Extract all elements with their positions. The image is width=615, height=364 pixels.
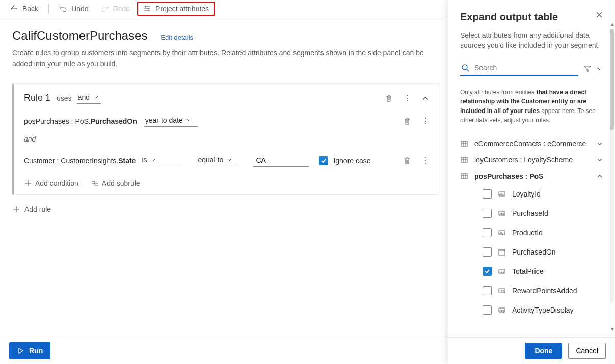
subrule-icon <box>91 179 99 187</box>
attribute-item[interactable]: 123TotalPrice <box>460 262 603 281</box>
attribute-checkbox[interactable] <box>483 267 492 276</box>
attribute-checkbox[interactable] <box>483 286 492 295</box>
scroll-up-arrow[interactable]: ▲ <box>610 21 614 30</box>
condition2-op2-label: equal to <box>198 156 223 164</box>
plus-icon <box>24 179 32 187</box>
panel-close-icon[interactable] <box>596 11 603 20</box>
attribute-item[interactable]: 123RewardPointsAdded <box>460 281 603 300</box>
entity-list: eCommerceContacts : eCommerceloyCustomer… <box>460 135 603 320</box>
attribute-item[interactable]: AbcLoyaltyId <box>460 184 603 204</box>
undo-button[interactable]: Undo <box>54 2 93 16</box>
add-subrule-button[interactable]: Add subrule <box>91 179 140 187</box>
condition2-op1-dropdown[interactable]: is <box>141 155 181 166</box>
condition-row-1: posPurchases : PoS.PurchasedOn year to d… <box>24 115 430 127</box>
run-button[interactable]: Run <box>9 342 50 359</box>
svg-text:Abc: Abc <box>499 212 504 215</box>
page-description: Create rules to group customers into seg… <box>12 48 435 69</box>
panel-done-label: Done <box>534 347 552 355</box>
svg-rect-10 <box>499 249 505 255</box>
attribute-label: PurchasedOn <box>512 248 603 256</box>
date-type-icon <box>498 248 506 256</box>
filter-icon[interactable] <box>583 65 592 73</box>
redo-button[interactable]: Redo <box>96 2 135 16</box>
back-button[interactable]: Back <box>5 2 43 16</box>
entity-row[interactable]: loyCustomers : LoyaltyScheme <box>460 152 603 168</box>
attribute-label: PurchaseId <box>512 209 603 217</box>
page-title: CalifCustomerPurchases <box>12 29 147 43</box>
add-subrule-label: Add subrule <box>102 179 140 187</box>
delete-rule-icon[interactable] <box>385 94 393 102</box>
more-condition1-icon[interactable]: ⋮ <box>421 117 430 125</box>
condition1-prefix: posPurchases : PoS. <box>24 117 91 125</box>
edit-details-link[interactable]: Edit details <box>161 34 193 41</box>
attribute-item[interactable]: AbcActivityTypeDisplay <box>460 300 603 320</box>
scroll-thumb[interactable] <box>610 29 614 130</box>
project-attributes-icon <box>143 5 151 13</box>
project-attributes-label: Project attributes <box>155 5 209 13</box>
panel-scrollbar[interactable] <box>610 29 614 303</box>
add-condition-button[interactable]: Add condition <box>24 179 78 187</box>
condition2-attribute: Customer : CustomerInsights.State <box>24 157 136 165</box>
ignore-case-checkbox[interactable] <box>319 156 328 165</box>
attribute-item[interactable]: AbcProductId <box>460 223 603 242</box>
attribute-item[interactable]: PurchasedOn <box>460 242 603 262</box>
svg-rect-2 <box>461 157 467 162</box>
redo-icon <box>101 5 109 13</box>
panel-hint: Only attributes from entities that have … <box>460 88 603 125</box>
attribute-checkbox[interactable] <box>483 228 492 237</box>
attribute-item[interactable]: AbcPurchaseId <box>460 204 603 223</box>
condition2-bold: State <box>118 157 136 165</box>
svg-rect-3 <box>461 174 467 179</box>
entity-row[interactable]: posPurchases : PoS <box>460 168 603 184</box>
attribute-checkbox[interactable] <box>483 189 492 199</box>
back-arrow-icon <box>10 5 18 13</box>
panel-cancel-button[interactable]: Cancel <box>568 343 606 359</box>
attribute-checkbox[interactable] <box>483 209 492 218</box>
condition2-op2-dropdown[interactable]: equal to <box>197 155 237 166</box>
text-type-icon: Abc <box>498 229 506 237</box>
attribute-checkbox[interactable] <box>483 247 492 257</box>
condition1-bold: PurchasedOn <box>91 117 137 125</box>
panel-footer: Done Cancel <box>448 337 615 364</box>
project-attributes-button[interactable]: Project attributes <box>137 2 215 16</box>
condition-attribute: posPurchases : PoS.PurchasedOn <box>24 117 137 125</box>
condition1-op-label: year to date <box>145 116 183 124</box>
svg-point-0 <box>462 65 467 70</box>
hint-pre: Only attributes from entities <box>460 89 536 96</box>
collapse-rule-icon[interactable] <box>421 94 430 102</box>
panel-search-box[interactable] <box>460 61 578 76</box>
table-icon <box>460 139 468 148</box>
search-icon <box>461 64 469 72</box>
panel-done-button[interactable]: Done <box>525 343 562 359</box>
number-type-icon: 123 <box>498 287 506 295</box>
plus-icon <box>12 205 20 213</box>
delete-condition2-icon[interactable] <box>403 157 411 165</box>
number-type-icon: 123 <box>498 267 506 275</box>
rule-title: Rule 1 <box>24 93 50 103</box>
table-icon <box>460 172 468 180</box>
chevron-up-icon <box>597 173 603 179</box>
attribute-label: ProductId <box>512 229 603 237</box>
panel-search-input[interactable] <box>473 63 577 72</box>
condition1-operator-dropdown[interactable]: year to date <box>144 115 198 127</box>
rule-operator-dropdown[interactable]: and <box>77 92 101 104</box>
chevron-down-icon <box>226 157 232 163</box>
more-rule-icon[interactable]: ⋮ <box>403 94 411 102</box>
scroll-down-arrow[interactable]: ▼ <box>610 326 614 334</box>
condition2-value-input[interactable] <box>253 154 309 167</box>
chevron-down-icon <box>93 94 99 100</box>
chevron-down-icon[interactable] <box>597 66 603 72</box>
undo-label: Undo <box>71 5 88 13</box>
attribute-label: TotalPrice <box>512 267 603 275</box>
rule-card: Rule 1 uses and ⋮ pos <box>12 83 440 195</box>
more-condition2-icon[interactable]: ⋮ <box>421 157 430 165</box>
table-icon <box>460 156 468 164</box>
attribute-checkbox[interactable] <box>483 305 492 315</box>
condition-row-2: Customer : CustomerInsights.State is equ… <box>24 154 430 167</box>
delete-condition1-icon[interactable] <box>403 117 411 125</box>
entity-row[interactable]: eCommerceContacts : eCommerce <box>460 135 603 152</box>
panel-title: Expand output table <box>460 11 558 23</box>
svg-text:Abc: Abc <box>499 192 504 195</box>
attribute-label: LoyaltyId <box>512 190 603 198</box>
svg-rect-1 <box>461 141 467 146</box>
